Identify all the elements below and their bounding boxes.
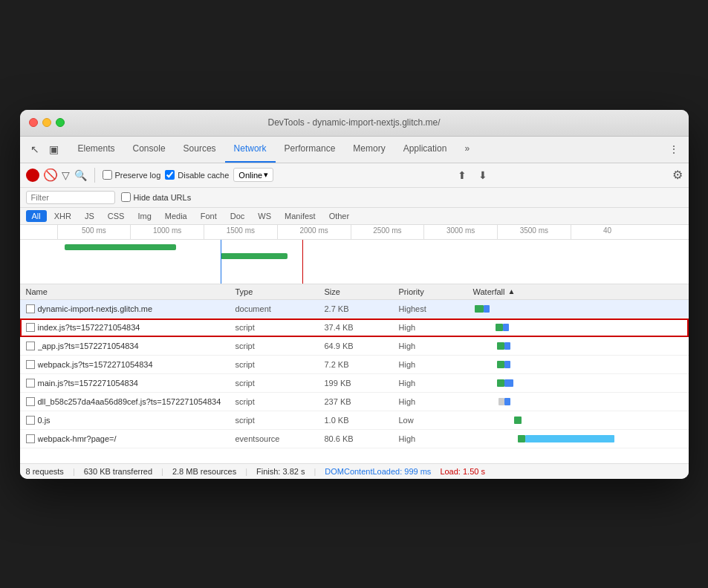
row-size: 199 KB <box>325 379 399 388</box>
online-select[interactable]: Online ▾ <box>233 168 273 182</box>
type-btn-doc[interactable]: Doc <box>224 210 251 222</box>
upload-icon[interactable]: ⬆ <box>453 166 471 184</box>
tab-application[interactable]: Application <box>394 136 456 163</box>
type-btn-media[interactable]: Media <box>159 210 193 222</box>
tab-network[interactable]: Network <box>225 136 276 163</box>
waterfall-cell <box>473 431 683 446</box>
type-btn-ws[interactable]: WS <box>252 210 277 222</box>
search-icon[interactable]: 🔍 <box>74 169 87 181</box>
type-filters: All XHR JS CSS Img Media Font Doc WS Man… <box>20 208 689 225</box>
tab-memory[interactable]: Memory <box>344 136 394 163</box>
wf-green-bar <box>518 435 525 442</box>
type-btn-xhr[interactable]: XHR <box>48 210 77 222</box>
separator <box>94 168 95 183</box>
dom-content-loaded: DOMContentLoaded: 999 ms <box>325 467 431 476</box>
name-cell: 0.js <box>26 416 236 425</box>
filter-input[interactable] <box>26 191 115 204</box>
row-priority: High <box>399 323 473 332</box>
tick-1000: 1000 ms <box>130 225 204 239</box>
requests-count: 8 requests <box>26 467 64 476</box>
type-btn-manifest[interactable]: Manifest <box>279 210 322 222</box>
wf-blue-bar <box>504 342 510 350</box>
row-type: script <box>236 416 325 425</box>
waterfall-cell <box>473 413 683 428</box>
close-button[interactable] <box>29 118 38 127</box>
dom-content-loaded-line <box>221 240 221 284</box>
wf-blue-bar <box>504 398 510 405</box>
row-priority: High <box>399 397 473 406</box>
timeline-area: 500 ms 1000 ms 1500 ms 2000 ms 2500 ms 3… <box>20 225 689 284</box>
table-row[interactable]: webpack-hmr?page=/ eventsource 80.6 KB H… <box>20 430 689 448</box>
table-row[interactable]: index.js?ts=1572271054834 script 37.4 KB… <box>20 318 689 337</box>
traffic-lights <box>29 118 65 127</box>
device-icon[interactable]: ▣ <box>45 140 63 158</box>
row-size: 1.0 KB <box>325 416 399 425</box>
cursor-icon[interactable]: ↖ <box>26 140 44 158</box>
more-options-icon[interactable]: ⋮ <box>665 140 683 158</box>
record-button[interactable] <box>26 169 39 182</box>
row-size: 7.2 KB <box>325 360 399 369</box>
waterfall-cell <box>473 301 683 316</box>
row-name: dynamic-import-nextjs.glitch.me <box>38 304 153 313</box>
row-name: _app.js?ts=1572271054834 <box>38 342 139 350</box>
stop-icon[interactable]: 🚫 <box>44 169 57 182</box>
import-export: ⬆ ⬇ <box>453 166 492 184</box>
preserve-log-checkbox[interactable] <box>103 170 112 180</box>
col-name[interactable]: Name <box>26 287 236 296</box>
titlebar: DevTools - dynamic-import-nextjs.glitch.… <box>20 110 689 137</box>
tick-2000: 2000 ms <box>277 225 351 239</box>
tab-console[interactable]: Console <box>124 136 175 163</box>
row-type: script <box>236 379 325 388</box>
timeline-bars <box>20 240 689 284</box>
wf-green-bar <box>514 416 522 424</box>
hide-data-urls-label[interactable]: Hide data URLs <box>121 192 192 202</box>
wf-blue-bar <box>503 324 509 331</box>
devtools-toolbar: 🚫 ▽ 🔍 Preserve log Disable cache Online … <box>20 163 689 188</box>
table-row[interactable]: _app.js?ts=1572271054834 script 64.9 KB … <box>20 337 689 356</box>
gear-icon[interactable]: ⚙ <box>672 168 683 182</box>
maximize-button[interactable] <box>56 118 65 127</box>
waterfall-cell <box>473 376 683 391</box>
type-btn-css[interactable]: CSS <box>102 210 131 222</box>
waterfall-cell <box>473 320 683 335</box>
tick-500: 500 ms <box>57 225 131 239</box>
tab-sources[interactable]: Sources <box>175 136 225 163</box>
download-icon[interactable]: ⬇ <box>474 166 492 184</box>
hide-data-urls-checkbox[interactable] <box>121 192 131 202</box>
tab-more[interactable]: » <box>455 136 478 163</box>
type-btn-js[interactable]: JS <box>79 210 100 222</box>
row-name: webpack-hmr?page=/ <box>38 434 117 443</box>
row-type: script <box>236 360 325 369</box>
filter-icon[interactable]: ▽ <box>62 169 70 181</box>
col-priority[interactable]: Priority <box>399 287 473 296</box>
type-btn-all[interactable]: All <box>26 210 47 222</box>
online-dropdown-icon: ▾ <box>264 170 268 180</box>
type-btn-other[interactable]: Other <box>323 210 356 222</box>
type-btn-img[interactable]: Img <box>131 210 157 222</box>
table-row[interactable]: main.js?ts=1572271054834 script 199 KB H… <box>20 374 689 393</box>
table-row[interactable]: webpack.js?ts=1572271054834 script 7.2 K… <box>20 356 689 374</box>
col-waterfall[interactable]: Waterfall ▲ <box>473 287 683 296</box>
disable-cache-label[interactable]: Disable cache <box>165 170 229 180</box>
row-size: 237 KB <box>325 397 399 406</box>
col-type[interactable]: Type <box>236 287 325 296</box>
name-cell: webpack-hmr?page=/ <box>26 434 236 443</box>
disable-cache-checkbox[interactable] <box>165 170 175 180</box>
table-row[interactable]: 0.js script 1.0 KB Low <box>20 411 689 430</box>
tick-1500: 1500 ms <box>204 225 277 239</box>
tab-performance[interactable]: Performance <box>276 136 345 163</box>
table-row[interactable]: dll_b58c257da4aa56d89cef.js?ts=157227105… <box>20 393 689 411</box>
file-icon <box>26 304 35 313</box>
type-btn-font[interactable]: Font <box>195 210 223 222</box>
nav-tabs: ↖ ▣ Elements Console Sources Network Per… <box>20 137 689 163</box>
minimize-button[interactable] <box>42 118 51 127</box>
table-row[interactable]: dynamic-import-nextjs.glitch.me document… <box>20 300 689 318</box>
waterfall-cell <box>473 357 683 372</box>
row-name: dll_b58c257da4aa56d89cef.js?ts=157227105… <box>38 397 221 406</box>
tab-elements[interactable]: Elements <box>69 136 124 163</box>
row-size: 37.4 KB <box>325 323 399 332</box>
tick-2500: 2500 ms <box>351 225 424 239</box>
table-header: Name Type Size Priority Waterfall ▲ <box>20 284 689 300</box>
col-size[interactable]: Size <box>325 287 399 296</box>
preserve-log-label[interactable]: Preserve log <box>103 170 161 180</box>
